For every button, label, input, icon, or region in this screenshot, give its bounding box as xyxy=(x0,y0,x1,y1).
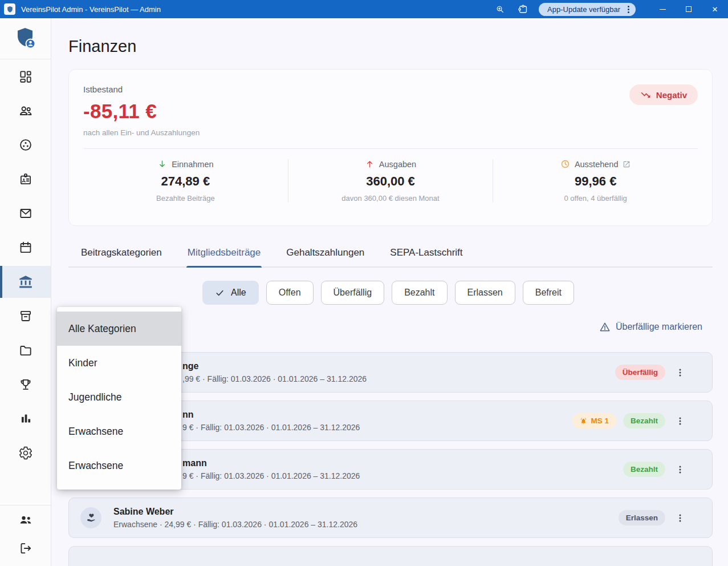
stat-expenses-value: 360,00 € xyxy=(288,174,493,189)
sidebar-item-finance[interactable] xyxy=(0,266,51,298)
member-meta: Erwachsene · 24,99 € · Fällig: 01.03.202… xyxy=(113,520,619,529)
stat-outstanding-sub: 0 offen, 4 überfällig xyxy=(493,194,698,203)
table-row-partial[interactable] xyxy=(68,546,713,566)
members-icon xyxy=(18,103,33,118)
status-badge: Bezahlt xyxy=(623,462,665,477)
status-badge: Überfällig xyxy=(615,365,665,380)
stat-income-label: Einnahmen xyxy=(172,160,213,169)
member-name: nn xyxy=(182,410,572,420)
zoom-icon[interactable] xyxy=(489,0,511,18)
menu-item-jugendliche[interactable]: Jugendliche xyxy=(57,380,181,414)
titlebar: VereinsPilot Admin - VereinsPilot — Admi… xyxy=(0,0,728,18)
close-button[interactable]: ✕ xyxy=(702,0,728,18)
category-dropdown-menu: Alle Kategorien Kinder Jugendliche Erwac… xyxy=(57,307,181,490)
community-icon xyxy=(18,512,33,527)
bank-icon xyxy=(18,274,33,289)
finance-tabs: Beitragskategorien Mitgliedsbeiträge Geh… xyxy=(68,241,713,268)
balance-summary-card: Istbestand -85,11 € nach allen Ein- und … xyxy=(68,69,713,226)
table-row[interactable]: Sabine Weber Erwachsene · 24,99 € · Fäll… xyxy=(68,498,713,538)
member-meta: ,99 € · Fällig: 01.03.2026 · 01.01.2026 … xyxy=(182,374,615,383)
menu-item-erwachsene-2[interactable]: Erwachsene xyxy=(57,448,181,483)
app-update-label: App-Update verfügbar xyxy=(547,5,620,14)
status-badge: Bezahlt xyxy=(623,413,665,428)
member-meta: 9 € · Fällig: 01.03.2026 · 01.01.2026 – … xyxy=(182,423,572,432)
filter-chip-offen[interactable]: Offen xyxy=(266,281,314,305)
logout-icon xyxy=(18,541,33,556)
row-menu-icon[interactable] xyxy=(673,363,687,382)
stat-outstanding-value: 99,96 € xyxy=(493,174,698,189)
filter-chip-erlassen[interactable]: Erlassen xyxy=(455,281,515,305)
arrow-up-icon xyxy=(365,159,375,169)
sidebar xyxy=(0,18,51,566)
sidebar-item-community[interactable] xyxy=(0,506,51,534)
balance-label: Istbestand xyxy=(83,84,200,94)
filter-chip-ueberfaellig[interactable]: Überfällig xyxy=(321,281,385,305)
bell-icon xyxy=(580,417,587,424)
member-meta: 9 € · Fällig: 01.03.2026 · 01.01.2026 – … xyxy=(182,471,623,480)
update-menu-icon[interactable] xyxy=(625,4,632,15)
status-filters: Alle Offen Überfällig Bezahlt Erlassen B… xyxy=(202,281,713,305)
menu-item-kinder[interactable]: Kinder xyxy=(57,346,181,380)
arrow-down-icon xyxy=(157,159,167,169)
app-update-button[interactable]: App-Update verfügbar xyxy=(539,3,636,16)
menu-item-erwachsene-1[interactable]: Erwachsene xyxy=(57,414,181,448)
folder-icon xyxy=(18,343,33,358)
stat-outstanding-label: Ausstehend xyxy=(575,160,619,169)
clock-icon xyxy=(560,159,570,169)
sidebar-item-statistics[interactable] xyxy=(0,402,51,436)
sidebar-item-archive[interactable] xyxy=(0,299,51,333)
sidebar-item-trophy[interactable] xyxy=(0,367,51,402)
open-in-new-icon[interactable] xyxy=(623,160,631,168)
sidebar-item-badge[interactable] xyxy=(0,162,51,196)
row-menu-icon[interactable] xyxy=(673,509,687,527)
sidebar-item-dashboard[interactable] xyxy=(0,59,51,94)
sidebar-item-mail[interactable] xyxy=(0,196,51,231)
stat-income: Einnahmen 274,89 € Bezahlte Beiträge xyxy=(83,159,288,203)
calendar-icon xyxy=(18,240,33,255)
archive-icon xyxy=(18,309,33,324)
tab-mitgliedsbeitraege[interactable]: Mitgliedsbeiträge xyxy=(186,241,262,266)
stat-outstanding: Ausstehend 99,96 € 0 offen, 4 überfällig xyxy=(493,159,698,203)
negative-trend-badge: Negativ xyxy=(629,84,698,105)
filter-chip-befreit[interactable]: Befreit xyxy=(523,281,574,305)
sidebar-item-folder[interactable] xyxy=(0,333,51,367)
sidebar-item-calendar[interactable] xyxy=(0,231,51,265)
stat-income-sub: Bezahlte Beiträge xyxy=(83,194,288,203)
tab-gehaltszahlungen[interactable]: Gehaltszahlungen xyxy=(285,241,365,266)
trend-label: Negativ xyxy=(656,90,687,100)
mail-icon xyxy=(18,206,33,221)
sidebar-item-settings[interactable] xyxy=(0,436,51,470)
filter-chip-bezahlt[interactable]: Bezahlt xyxy=(392,281,447,305)
filter-chip-alle[interactable]: Alle xyxy=(202,281,259,305)
member-name: Sabine Weber xyxy=(113,507,619,517)
stat-expenses-sub: davon 360,00 € diesen Monat xyxy=(288,194,493,203)
sports-ball-icon xyxy=(18,138,33,152)
check-icon xyxy=(215,288,225,298)
balance-note: nach allen Ein- und Auszahlungen xyxy=(83,128,200,137)
puzzle-icon[interactable] xyxy=(511,0,534,18)
sidebar-item-logout[interactable] xyxy=(0,534,51,563)
menu-item-alle-kategorien[interactable]: Alle Kategorien xyxy=(57,312,181,346)
id-badge-icon xyxy=(18,172,33,187)
sidebar-item-sports[interactable] xyxy=(0,128,51,162)
gear-icon xyxy=(18,446,33,460)
tab-sepa-lastschrift[interactable]: SEPA-Lastschrift xyxy=(389,241,463,266)
trophy-icon xyxy=(18,377,33,392)
app-logo xyxy=(0,18,51,59)
minimize-button[interactable] xyxy=(649,0,676,18)
page-title: Finanzen xyxy=(68,37,713,56)
maximize-button[interactable] xyxy=(676,0,702,18)
tab-beitragskategorien[interactable]: Beitragskategorien xyxy=(80,241,163,266)
window-title: VereinsPilot Admin - VereinsPilot — Admi… xyxy=(21,5,161,14)
hand-heart-icon xyxy=(86,512,97,524)
sidebar-item-members[interactable] xyxy=(0,94,51,128)
row-menu-icon[interactable] xyxy=(673,460,687,479)
row-menu-icon[interactable] xyxy=(673,412,687,430)
reminder-badge: MS 1 xyxy=(572,413,616,428)
warning-icon xyxy=(599,321,611,333)
app-shield-icon xyxy=(4,3,15,15)
mark-overdue-button[interactable]: Überfällige markieren xyxy=(599,321,713,333)
bar-chart-icon xyxy=(18,411,33,426)
member-name: mann xyxy=(182,458,623,468)
stat-expenses: Ausgaben 360,00 € davon 360,00 € diesen … xyxy=(288,159,493,203)
